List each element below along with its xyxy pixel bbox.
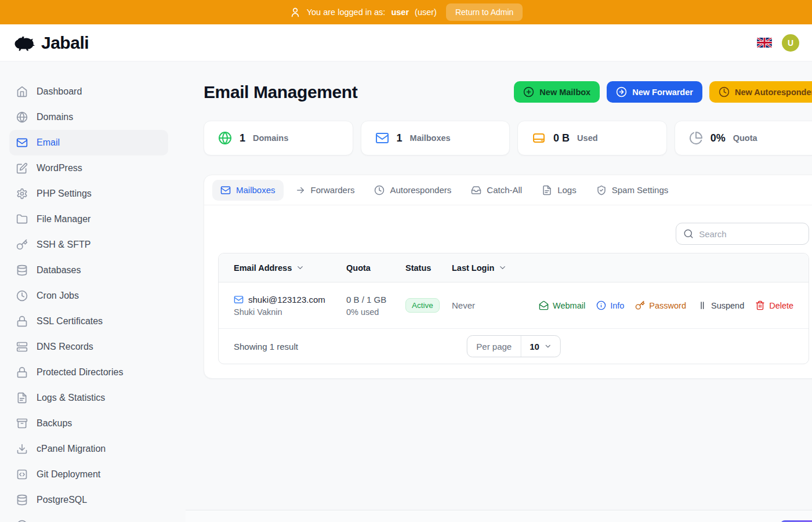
sidebar-item-databases[interactable]: Databases <box>9 258 168 283</box>
tab-label: Mailboxes <box>236 185 276 195</box>
sidebar-item-domains[interactable]: Domains <box>9 104 168 130</box>
sidebar-item-cron-jobs[interactable]: Cron Jobs <box>9 283 168 309</box>
sidebar-item-wordpress[interactable]: WordPress <box>9 155 168 181</box>
header-right: U <box>757 34 799 52</box>
mail-icon <box>375 131 389 145</box>
sidebar-item-ssl-certificates[interactable]: SSL Certificates <box>9 309 168 334</box>
archive-icon <box>16 418 28 429</box>
sidebar-item-git-deployment[interactable]: Git Deployment <box>9 462 168 487</box>
column-label: Status <box>405 263 431 273</box>
sidebar-item-postgresql[interactable]: PostgreSQL <box>9 487 168 513</box>
last-login-value: Never <box>452 300 539 310</box>
info-button[interactable]: Info <box>596 300 624 310</box>
sidebar-item-dashboard[interactable]: Dashboard <box>9 79 168 104</box>
action-label: Webmail <box>553 301 585 310</box>
stat-label: Domains <box>253 133 288 143</box>
sidebar-item-logs-statistics[interactable]: Logs & Statistics <box>9 385 168 411</box>
status-badge: Active <box>405 298 440 313</box>
tab-label: Catch-All <box>487 185 522 195</box>
tab-logs[interactable]: Logs <box>534 180 585 201</box>
footer-brand: Jabali Panel <box>204 520 281 522</box>
sidebar-item-label: Domains <box>37 112 73 122</box>
stat-card-quota: 0% Quota <box>675 121 812 155</box>
column-header-quota: Quota <box>346 263 405 273</box>
new-autoresponder-button[interactable]: New Autoresponder <box>709 81 812 103</box>
app-header: Jabali U <box>0 24 812 61</box>
boar-logo-icon <box>13 33 37 53</box>
per-page-value: 10 <box>530 342 539 351</box>
tab-mailboxes[interactable]: Mailboxes <box>212 180 284 201</box>
sidebar-item-partial[interactable] <box>9 513 168 522</box>
stat-value: 0% <box>710 132 726 144</box>
tab-forwarders[interactable]: Forwarders <box>287 180 363 201</box>
brand-logo[interactable]: Jabali <box>13 33 89 53</box>
page-actions: New Mailbox New Forwarder New Autorespon… <box>514 81 812 103</box>
folder-icon <box>16 213 28 225</box>
clock-icon <box>16 290 28 302</box>
search-input[interactable] <box>699 229 802 239</box>
sidebar-item-dns-records[interactable]: DNS Records <box>9 334 168 360</box>
user-avatar[interactable]: U <box>782 34 799 52</box>
email-panel: Mailboxes Forwarders Autoresponders Catc… <box>204 175 812 379</box>
gear-icon <box>16 188 28 200</box>
sidebar-item-email[interactable]: Email <box>9 130 168 155</box>
per-page-selector[interactable]: Per page 10 <box>466 335 561 357</box>
mail-icon <box>234 295 244 304</box>
action-label: Password <box>649 301 686 310</box>
per-page-label: Per page <box>467 336 521 357</box>
sidebar-item-cpanel-migration[interactable]: cPanel Migration <box>9 436 168 462</box>
hard-drive-icon <box>532 131 546 145</box>
sidebar-item-label: WordPress <box>37 163 82 173</box>
file-text-icon <box>542 185 552 195</box>
sidebar-item-ssh-sftp[interactable]: SSH & SFTP <box>9 232 168 258</box>
suspend-button[interactable]: Suspend <box>697 300 744 310</box>
user-icon <box>289 6 301 18</box>
page-title: Email Management <box>204 82 357 102</box>
button-label: New Mailbox <box>539 88 590 97</box>
boar-logo-icon <box>204 520 221 522</box>
uk-flag-icon[interactable] <box>757 38 772 48</box>
stat-value: 1 <box>240 132 245 144</box>
download-icon <box>16 443 28 455</box>
tab-spam-settings[interactable]: Spam Settings <box>588 180 677 201</box>
new-mailbox-button[interactable]: New Mailbox <box>514 81 600 103</box>
sidebar-item-php-settings[interactable]: PHP Settings <box>9 181 168 206</box>
chevron-down-icon <box>498 263 507 272</box>
column-header-email[interactable]: Email Address <box>234 263 346 273</box>
sidebar-item-label: SSH & SFTP <box>37 240 90 250</box>
delete-button[interactable]: Delete <box>755 300 793 310</box>
tab-label: Forwarders <box>311 185 355 195</box>
lock-icon <box>16 367 28 378</box>
mailbox-email: shuki@123123.com <box>248 295 325 304</box>
logged-in-role: (user) <box>415 8 437 17</box>
sidebar-item-label: Email <box>37 137 60 148</box>
column-label: Email Address <box>234 263 292 273</box>
return-to-admin-button[interactable]: Return to Admin <box>446 3 523 21</box>
tab-catch-all[interactable]: Catch-All <box>463 180 530 201</box>
sidebar-item-label: Git Deployment <box>37 469 100 480</box>
sidebar-item-label: SSL Certificates <box>37 316 103 327</box>
sidebar-item-label: File Manager <box>37 214 90 224</box>
brand-name: Jabali <box>41 33 89 53</box>
shield-check-icon <box>596 185 607 195</box>
edit-icon <box>16 162 28 174</box>
inbox-icon <box>471 185 481 195</box>
sidebar: Dashboard Domains Email WordPress PHP Se… <box>0 61 186 522</box>
tab-autoresponders[interactable]: Autoresponders <box>366 180 459 201</box>
chevron-down-icon <box>296 263 304 272</box>
password-button[interactable]: Password <box>635 300 686 310</box>
webmail-button[interactable]: Webmail <box>539 300 585 310</box>
stat-value: 0 B <box>553 132 570 144</box>
sidebar-item-file-manager[interactable]: File Manager <box>9 206 168 232</box>
column-header-last-login[interactable]: Last Login <box>452 263 539 273</box>
mail-open-icon <box>539 300 549 310</box>
sidebar-item-backups[interactable]: Backups <box>9 411 168 436</box>
arrow-right-circle-icon <box>616 86 627 97</box>
database-icon <box>16 264 28 276</box>
mail-icon <box>220 185 231 195</box>
pause-icon <box>697 300 707 310</box>
column-label: Quota <box>346 263 371 273</box>
search-icon <box>683 229 694 239</box>
sidebar-item-protected-directories[interactable]: Protected Directories <box>9 360 168 385</box>
new-forwarder-button[interactable]: New Forwarder <box>607 81 702 103</box>
